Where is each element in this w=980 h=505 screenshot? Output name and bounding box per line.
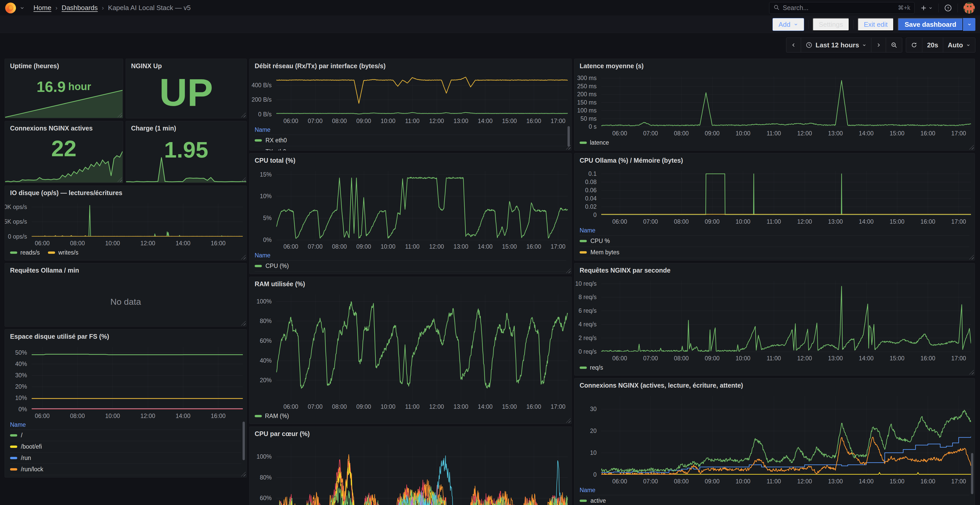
x-tick-label: 12:00 bbox=[429, 403, 444, 410]
y-tick-label: 20% bbox=[260, 377, 272, 384]
time-series-chart[interactable]: 20%40%60%80%100%06:0007:0008:0009:0010:0… bbox=[250, 291, 571, 410]
panel-title[interactable]: IO disque (op/s) — lectures/écritures bbox=[5, 186, 247, 200]
time-forward-button[interactable] bbox=[871, 38, 886, 52]
panel-title[interactable]: Latence moyenne (s) bbox=[574, 59, 975, 73]
legend-item[interactable]: active bbox=[580, 495, 969, 505]
panel-title[interactable]: Connexions NGINX actives bbox=[5, 121, 123, 135]
x-tick-label: 13:00 bbox=[453, 118, 468, 125]
x-tick-label: 07:00 bbox=[308, 243, 323, 250]
legend-item[interactable]: TX eth0 bbox=[255, 146, 566, 150]
panel-title[interactable]: RAM utilisée (%) bbox=[250, 277, 571, 291]
time-series-chart[interactable]: 0 ops/s5K ops/s10K ops/s06:0008:0010:001… bbox=[5, 200, 247, 247]
legend-scrollbar[interactable] bbox=[243, 422, 245, 460]
series-color-swatch bbox=[10, 457, 17, 459]
y-tick-label: 300 ms bbox=[577, 75, 597, 82]
save-options-caret[interactable] bbox=[963, 18, 975, 31]
panel-title[interactable]: Requêtes Ollama / min bbox=[5, 263, 247, 277]
series-color-swatch bbox=[580, 367, 587, 369]
time-series-chart[interactable]: 00.020.040.060.080.106:0007:0008:0009:00… bbox=[574, 167, 975, 225]
panel-title[interactable]: Uptime (heures) bbox=[5, 59, 123, 73]
legend-item[interactable]: / bbox=[10, 430, 241, 441]
time-series-chart[interactable]: 0%5%10%15%06:0007:0008:0009:0010:0011:00… bbox=[250, 167, 571, 250]
time-series-chart[interactable]: 0 s50 ms100 ms150 ms200 ms250 ms300 ms06… bbox=[574, 73, 975, 137]
x-tick-label: 16:00 bbox=[526, 403, 541, 410]
x-tick-label: 16:00 bbox=[526, 243, 541, 250]
y-tick-label: 2 req/s bbox=[579, 335, 597, 341]
time-series-chart[interactable]: 0 B/s200 B/s400 B/s06:0007:0008:0009:001… bbox=[250, 73, 571, 125]
y-tick-label: 0 bbox=[593, 211, 597, 219]
y-tick-label: 5K ops/s bbox=[5, 218, 27, 225]
x-tick-label: 16:00 bbox=[921, 218, 935, 225]
avatar[interactable] bbox=[964, 2, 975, 14]
x-tick-label: 12:00 bbox=[797, 218, 812, 225]
legend-scrollbar[interactable] bbox=[568, 126, 570, 147]
help-icon[interactable]: ? bbox=[944, 4, 952, 12]
legend-item[interactable]: RAM (%) bbox=[255, 413, 289, 419]
y-tick-label: 200 ms bbox=[577, 91, 597, 98]
add-menu-button[interactable] bbox=[920, 5, 932, 11]
legend-item[interactable]: reads/s bbox=[10, 249, 40, 256]
save-dashboard-button[interactable]: Save dashboard bbox=[898, 18, 963, 31]
panel-title[interactable]: CPU Ollama (%) / Mémoire (bytes) bbox=[574, 153, 975, 167]
refresh-interval[interactable]: 20s bbox=[922, 38, 943, 52]
breadcrumb-dashboards[interactable]: Dashboards bbox=[62, 4, 98, 12]
time-back-button[interactable] bbox=[786, 38, 801, 52]
time-series-chart[interactable]: 40%60%80%100%06:0007:0008:0009:0010:0011… bbox=[250, 441, 571, 505]
panel-title[interactable]: CPU total (%) bbox=[250, 153, 571, 167]
legend-item[interactable]: req/s bbox=[580, 364, 603, 371]
series-color-swatch bbox=[580, 240, 587, 242]
zoom-out-icon[interactable] bbox=[886, 38, 902, 52]
refresh-button[interactable] bbox=[906, 38, 922, 52]
panel-requetes-nginx: Requêtes NGINX par seconde 0 req/s2 req/… bbox=[574, 263, 975, 376]
breadcrumb-home[interactable]: Home bbox=[33, 4, 51, 12]
legend-header[interactable]: Name bbox=[580, 225, 969, 235]
legend-header[interactable]: Name bbox=[255, 125, 566, 135]
panel-title[interactable]: Connexions NGINX (actives, lecture, écri… bbox=[574, 378, 975, 392]
legend-item[interactable]: CPU (%) bbox=[255, 260, 566, 272]
legend-item[interactable]: writes/s bbox=[48, 249, 78, 256]
y-tick-label: 20% bbox=[15, 383, 27, 390]
chevron-down-icon[interactable] bbox=[19, 5, 25, 11]
x-tick-label: 15:00 bbox=[502, 403, 517, 410]
legend-header[interactable]: Name bbox=[10, 419, 241, 430]
edit-toolbar: Add Settings Exit edit Save dashboard bbox=[0, 16, 980, 33]
time-series-chart[interactable]: 0%10%20%30%40%50%06:0008:0010:0012:0014:… bbox=[5, 343, 247, 419]
time-series-chart[interactable]: 0 req/s2 req/s4 req/s6 req/s8 req/s10 re… bbox=[574, 277, 975, 362]
y-tick-label: 40% bbox=[15, 360, 27, 368]
legend-item[interactable]: latence bbox=[580, 139, 609, 146]
x-tick-label: 09:00 bbox=[705, 478, 720, 485]
series-color-swatch bbox=[255, 139, 262, 141]
time-series-chart[interactable]: 010203006:0007:0008:0009:0010:0011:0012:… bbox=[574, 392, 975, 485]
x-tick-label: 06:00 bbox=[612, 218, 627, 225]
time-range-picker[interactable]: Last 12 hours bbox=[801, 38, 871, 52]
settings-button[interactable]: Settings bbox=[813, 18, 849, 31]
legend-item[interactable]: /boot/efi bbox=[10, 441, 241, 453]
legend-item[interactable]: RX eth0 bbox=[255, 135, 566, 146]
search-box[interactable]: ⌘+k bbox=[769, 2, 915, 14]
panel-title[interactable]: Espace disque utilisé par FS (%) bbox=[5, 329, 247, 343]
panel-title[interactable]: Débit réseau (Rx/Tx) par interface (byte… bbox=[250, 59, 571, 73]
top-nav: Home › Dashboards › Kapela AI Local Stac… bbox=[0, 0, 980, 16]
x-tick-label: 08:00 bbox=[70, 413, 85, 419]
legend-item[interactable]: /run/lock bbox=[10, 464, 241, 475]
panel-title[interactable]: Charge (1 min) bbox=[126, 121, 247, 135]
legend-header[interactable]: Name bbox=[255, 250, 566, 260]
x-tick-label: 17:00 bbox=[951, 478, 966, 485]
x-tick-label: 13:00 bbox=[828, 130, 843, 137]
panel-title[interactable]: CPU par cœur (%) bbox=[250, 427, 571, 441]
chart-legend: req/s bbox=[574, 362, 975, 375]
auto-refresh-picker[interactable]: Auto bbox=[943, 38, 975, 52]
exit-edit-button[interactable]: Exit edit bbox=[858, 18, 894, 31]
legend-item[interactable]: CPU % bbox=[580, 235, 969, 247]
legend-scrollbar[interactable] bbox=[971, 453, 973, 494]
x-tick-label: 14:00 bbox=[478, 118, 493, 125]
grafana-dashboard: { "nav": { "breadcrumb": ["Home", "Dashb… bbox=[0, 0, 980, 505]
x-tick-label: 17:00 bbox=[951, 218, 966, 225]
panel-title[interactable]: Requêtes NGINX par seconde bbox=[574, 263, 975, 277]
legend-item[interactable]: Mem bytes bbox=[580, 247, 969, 258]
add-button[interactable]: Add bbox=[772, 18, 804, 31]
legend-header[interactable]: Name bbox=[580, 485, 969, 495]
legend-item[interactable]: /run bbox=[10, 453, 241, 464]
search-input[interactable] bbox=[783, 4, 895, 11]
grafana-logo[interactable] bbox=[5, 3, 16, 13]
